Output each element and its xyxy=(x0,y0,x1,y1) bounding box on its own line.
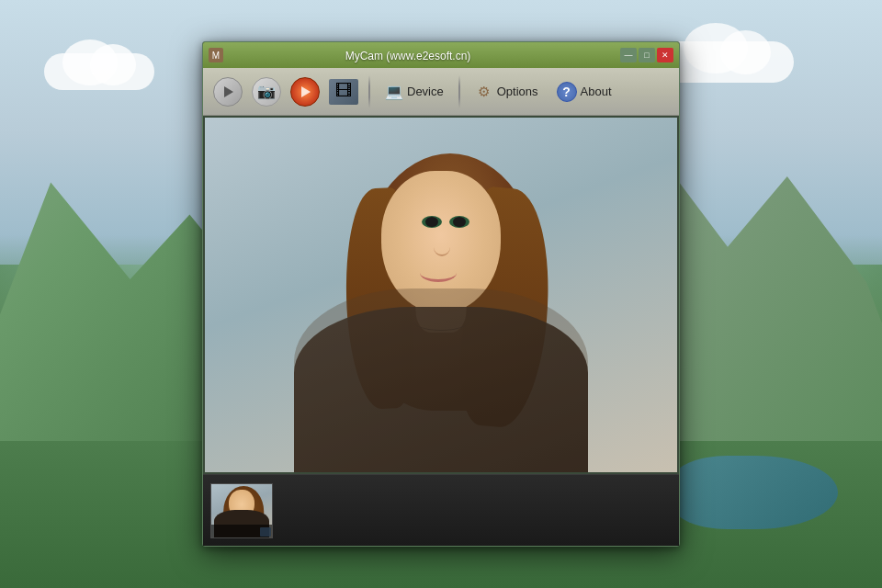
title-bar-content: M MyCam (www.e2esoft.cn) — □ ✕ xyxy=(209,47,673,63)
eye-left xyxy=(422,216,442,228)
thumb-overlay xyxy=(211,525,272,537)
about-menu-button[interactable]: ? About xyxy=(549,78,619,106)
window-title: MyCam (www.e2esoft.cn) xyxy=(345,50,471,62)
snapshot-button[interactable]: 📷 xyxy=(249,74,284,109)
camera-icon: 📷 xyxy=(252,77,281,107)
separator-2 xyxy=(458,75,460,108)
eye-right xyxy=(449,216,469,228)
thumbnail-item[interactable] xyxy=(210,483,273,538)
thumb-icon xyxy=(260,527,271,537)
options-menu-button[interactable]: ⚙ Options xyxy=(468,79,546,105)
nose xyxy=(434,238,450,256)
minimize-button[interactable]: — xyxy=(620,48,637,62)
about-icon: ? xyxy=(557,82,577,102)
sheer-overlay xyxy=(294,288,588,472)
video-feed xyxy=(205,118,677,472)
app-icon: M xyxy=(209,48,223,62)
close-button[interactable]: ✕ xyxy=(657,48,673,62)
mouth xyxy=(420,264,457,282)
film-icon: 🎞 xyxy=(329,79,358,105)
title-bar-left: M xyxy=(209,48,223,62)
options-icon: ⚙ xyxy=(475,83,493,101)
app-icon-label: M xyxy=(212,51,220,61)
thumbnail-strip xyxy=(203,474,679,546)
video-area xyxy=(203,116,679,474)
toolbar: 📷 🎞 💻 Device ⚙ Options ? About xyxy=(203,68,679,116)
options-label: Options xyxy=(497,85,538,98)
open-button[interactable]: 🎞 xyxy=(326,74,361,109)
about-label: About xyxy=(581,85,612,98)
play-icon xyxy=(213,77,243,107)
title-bar: M MyCam (www.e2esoft.cn) — □ ✕ xyxy=(203,42,679,68)
device-icon: 💻 xyxy=(385,83,403,101)
maximize-button[interactable]: □ xyxy=(639,48,655,62)
water xyxy=(673,456,838,529)
title-bar-controls: — □ ✕ xyxy=(620,48,673,62)
person-figure xyxy=(205,118,677,472)
record-button[interactable] xyxy=(288,74,322,109)
separator-1 xyxy=(368,75,370,108)
device-menu-button[interactable]: 💻 Device xyxy=(378,79,451,105)
record-icon xyxy=(290,77,320,107)
play-button[interactable] xyxy=(210,74,245,109)
device-label: Device xyxy=(407,85,444,98)
app-window: M MyCam (www.e2esoft.cn) — □ ✕ 📷 xyxy=(202,41,680,547)
